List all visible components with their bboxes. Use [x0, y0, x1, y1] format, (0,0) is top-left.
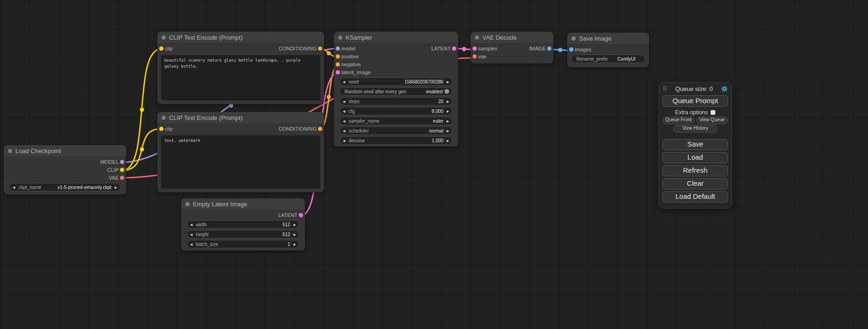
view-history-button[interactable]: View History [673, 125, 717, 133]
node-title-bar[interactable]: Load Checkpoint [4, 145, 126, 156]
output-slot-label: VAE [109, 175, 119, 181]
increment-arrow-icon[interactable]: ▶ [115, 186, 117, 189]
node-clip-text-encode-positive[interactable]: CLIP Text Encode (Prompt) clip CONDITION… [157, 32, 324, 104]
input-slot-negative[interactable] [336, 62, 340, 66]
input-slot-vae[interactable] [473, 54, 477, 58]
node-title-bar[interactable]: Save Image [567, 33, 649, 44]
slot-row: images [567, 45, 649, 53]
collapse-dot-icon[interactable] [8, 149, 12, 153]
collapse-dot-icon[interactable] [338, 35, 342, 40]
output-slot-label: LATENT [278, 212, 297, 218]
node-title-bar[interactable]: CLIP Text Encode (Prompt) [157, 32, 324, 43]
output-slot-conditioning[interactable] [318, 46, 322, 50]
input-slot-positive[interactable] [336, 54, 340, 58]
drag-handle-icon[interactable]: ⠿ [663, 86, 667, 92]
collapse-dot-icon[interactable] [162, 35, 166, 40]
widget-cfg[interactable]: ◀ cfg 8.000 ▶ [339, 107, 452, 115]
input-slot-model[interactable] [336, 46, 340, 50]
decrement-arrow-icon[interactable]: ◀ [190, 223, 192, 226]
widget-label: batch_size [196, 242, 218, 247]
widget-label: filename_prefix [576, 56, 608, 62]
output-slot-latent[interactable] [299, 213, 303, 217]
queue-prompt-button[interactable]: Queue Prompt [663, 95, 728, 107]
input-slot-images[interactable] [569, 47, 573, 51]
widget-value: 1.000 [432, 138, 444, 143]
queue-front-button[interactable]: Queue Front [663, 117, 694, 124]
output-slot-image[interactable] [547, 46, 551, 50]
node-empty-latent-image[interactable]: Empty Latent Image LATENT ◀ width 512 ▶ … [181, 198, 305, 251]
input-slot-label: vae [478, 54, 487, 59]
increment-arrow-icon[interactable]: ▶ [447, 139, 449, 142]
input-slot-latent-image[interactable] [336, 70, 340, 74]
collapse-dot-icon[interactable] [185, 202, 190, 206]
increment-arrow-icon[interactable]: ▶ [447, 119, 449, 123]
collapse-dot-icon[interactable] [162, 116, 166, 120]
node-title-bar[interactable]: KSampler [334, 32, 458, 43]
widget-batch-size[interactable]: ◀ batch_size 1 ▶ [187, 240, 299, 248]
decrement-arrow-icon[interactable]: ◀ [343, 119, 345, 123]
node-title-bar[interactable]: CLIP Text Encode (Prompt) [157, 112, 324, 123]
toggle-on-icon[interactable] [445, 89, 449, 94]
output-slot-latent[interactable] [452, 46, 456, 50]
decrement-arrow-icon[interactable]: ◀ [343, 110, 345, 113]
prompt-textarea[interactable]: beautiful scenery nature glass bottle la… [161, 55, 320, 100]
widget-width[interactable]: ◀ width 512 ▶ [187, 220, 299, 229]
increment-arrow-icon[interactable]: ▶ [447, 129, 449, 133]
slot-row: vae [471, 52, 553, 60]
output-slot-model[interactable] [120, 160, 124, 164]
increment-arrow-icon[interactable]: ▶ [294, 233, 296, 236]
increment-arrow-icon[interactable]: ▶ [447, 110, 449, 113]
decrement-arrow-icon[interactable]: ◀ [13, 186, 15, 189]
load-default-button[interactable]: Load Default [663, 191, 728, 203]
decrement-arrow-icon[interactable]: ◀ [343, 100, 345, 103]
node-clip-text-encode-negative[interactable]: CLIP Text Encode (Prompt) clip CONDITION… [157, 112, 324, 192]
widget-sampler-name[interactable]: ◀ sampler_name euler ▶ [339, 117, 452, 125]
output-slot-conditioning[interactable] [318, 126, 322, 131]
widget-denoise[interactable]: ◀ denoise 1.000 ▶ [339, 136, 452, 145]
input-slot-samples[interactable] [473, 46, 477, 50]
input-slot-clip[interactable] [159, 46, 163, 50]
decrement-arrow-icon[interactable]: ◀ [190, 243, 192, 246]
widget-seed[interactable]: ◀ seed 156680208700286 ▶ [339, 77, 452, 86]
increment-arrow-icon[interactable]: ▶ [294, 223, 296, 226]
settings-gear-icon[interactable] [721, 85, 728, 92]
refresh-button[interactable]: Refresh [663, 165, 728, 176]
prompt-textarea[interactable]: text, watermark [161, 135, 320, 189]
decrement-arrow-icon[interactable]: ◀ [343, 139, 345, 142]
node-graph-canvas[interactable]: Load Checkpoint MODEL CLIP VAE ◀ ckpt_na… [0, 0, 868, 329]
collapse-dot-icon[interactable] [475, 35, 479, 40]
output-slot-clip[interactable] [120, 168, 124, 172]
decrement-arrow-icon[interactable]: ◀ [343, 129, 345, 133]
load-button[interactable]: Load [663, 152, 728, 163]
widget-label: scheduler [348, 128, 368, 133]
input-slot-clip[interactable] [159, 126, 163, 131]
collapse-dot-icon[interactable] [572, 36, 576, 41]
widget-height[interactable]: ◀ height 512 ▶ [187, 230, 299, 238]
widget-ckpt-name[interactable]: ◀ ckpt_name v1-5-pruned-emaonly.ckpt ▶ [9, 183, 120, 191]
view-queue-button[interactable]: View Queue [696, 117, 728, 124]
decrement-arrow-icon[interactable]: ◀ [343, 80, 345, 84]
node-title-bar[interactable]: Empty Latent Image [181, 198, 305, 210]
increment-arrow-icon[interactable]: ▶ [447, 100, 449, 103]
node-title-bar[interactable]: VAE Decode [471, 32, 553, 43]
increment-arrow-icon[interactable]: ▶ [294, 243, 296, 246]
increment-arrow-icon[interactable]: ▶ [447, 80, 449, 84]
widget-value: 512 [282, 222, 290, 227]
widget-value: 20 [438, 99, 443, 104]
node-load-checkpoint[interactable]: Load Checkpoint MODEL CLIP VAE ◀ ckpt_na… [4, 145, 126, 195]
node-save-image[interactable]: Save Image images filename_prefix ComfyU… [567, 33, 649, 67]
decrement-arrow-icon[interactable]: ◀ [190, 233, 192, 236]
extra-options-checkbox[interactable] [711, 110, 715, 115]
output-slot-vae[interactable] [120, 175, 124, 180]
widget-steps[interactable]: ◀ steps 20 ▶ [339, 97, 452, 105]
widget-value: enabled [426, 89, 443, 94]
save-button[interactable]: Save [663, 139, 728, 150]
slot-row: latent_image [334, 68, 458, 76]
widget-filename-prefix[interactable]: filename_prefix ComfyUI [571, 55, 645, 63]
widget-random-seed-toggle[interactable]: Random seed after every gen enabled [339, 87, 452, 96]
wire-midpoint-dot [140, 147, 144, 152]
node-vae-decode[interactable]: VAE Decode samples IMAGE vae [471, 32, 553, 63]
widget-scheduler[interactable]: ◀ scheduler normal ▶ [339, 126, 452, 135]
node-ksampler[interactable]: KSampler model LATENT positive negative … [334, 32, 458, 147]
clear-button[interactable]: Clear [663, 178, 728, 189]
